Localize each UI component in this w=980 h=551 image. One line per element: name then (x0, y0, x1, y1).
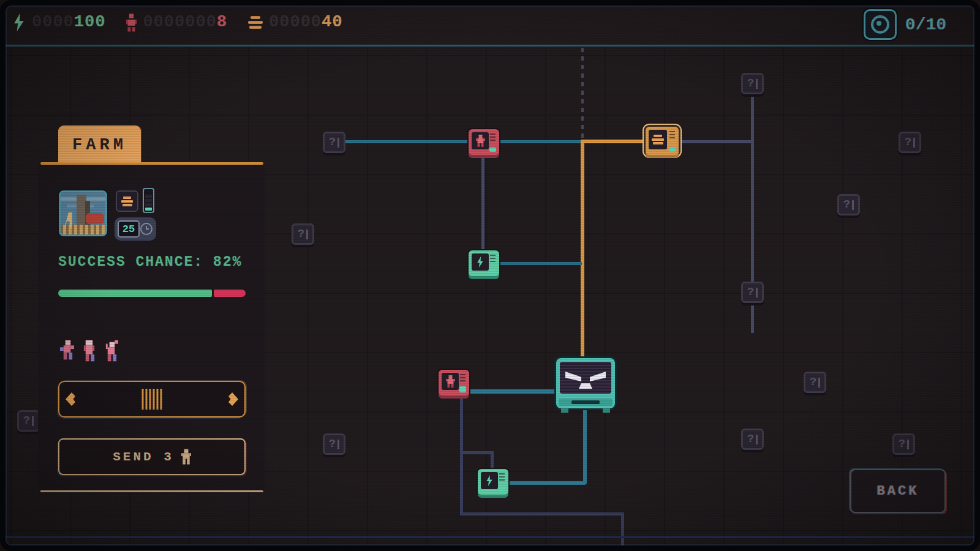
energy-readout: 0000100 (32, 14, 105, 31)
path-locked (481, 143, 484, 253)
energy-resource: 0000100 (12, 13, 105, 32)
energy-value: 100 (74, 13, 106, 31)
increase-arrow-icon[interactable] (228, 392, 238, 406)
unknown-node[interactable]: ? (323, 433, 345, 455)
population-readout: 00000008 (143, 14, 227, 31)
coins-padding: 00000 (269, 13, 322, 31)
unknown-node[interactable]: ? (892, 433, 915, 455)
path-active (581, 140, 584, 369)
unknown-node[interactable]: ? (741, 73, 764, 94)
question-icon: ? (747, 78, 754, 89)
path-locked (621, 512, 624, 551)
unknown-node[interactable]: ? (837, 194, 860, 216)
question-icon: ? (298, 228, 304, 240)
coins-readout: 0000040 (269, 14, 342, 31)
person-icon (476, 135, 485, 147)
farm-node-selected[interactable] (646, 127, 679, 155)
back-button[interactable]: BACK (850, 469, 946, 513)
unknown-node[interactable]: ? (741, 429, 764, 450)
mission-title: FARM (72, 136, 127, 154)
clock-icon (140, 223, 153, 235)
population-resource: 00000008 (126, 13, 227, 32)
question-icon: ? (329, 438, 336, 450)
mission-tab[interactable]: FARM (58, 126, 141, 165)
battery-icon (143, 188, 154, 213)
resource-bar: 0000100 00000008 0000040 0/10 (0, 0, 980, 45)
population-value: 8 (217, 13, 227, 31)
question-icon: ? (810, 377, 816, 388)
send-button[interactable]: SEND 3 (58, 438, 246, 475)
path-locked (460, 451, 493, 454)
decrease-arrow-icon[interactable] (66, 392, 75, 406)
reward-tile (116, 190, 138, 212)
missions-counter: 0/10 (864, 9, 946, 40)
unknown-node[interactable]: ? (899, 132, 921, 153)
boss-monitor-node[interactable] (556, 358, 615, 408)
unknown-node[interactable]: ? (804, 372, 826, 393)
path (466, 389, 557, 394)
unknown-node[interactable]: ? (741, 282, 764, 303)
dashed-path (581, 48, 584, 141)
crew-row (60, 340, 118, 362)
person-icon (126, 13, 137, 32)
path-locked (491, 451, 494, 471)
crew-count-slider[interactable] (58, 381, 246, 418)
question-icon: ? (905, 137, 911, 148)
energy-node-south[interactable] (478, 469, 508, 495)
population-padding: 0000000 (143, 13, 216, 31)
path (334, 140, 582, 143)
success-bar-fail (214, 290, 246, 297)
coins-icon (121, 197, 133, 206)
timer-value: 25 (118, 220, 140, 238)
energy-node-north[interactable] (469, 250, 499, 276)
crew-person-icon (60, 340, 74, 362)
game-screen: 0000100 00000008 0000040 0/10 (0, 0, 980, 551)
path-locked (674, 140, 752, 143)
success-bar-fill (58, 290, 212, 297)
missions-count: 0/10 (905, 15, 946, 34)
question-icon: ? (843, 199, 850, 211)
person-icon (446, 375, 455, 388)
coins-icon (248, 16, 263, 29)
missions-button[interactable] (864, 9, 897, 40)
crew-person-icon (104, 340, 118, 362)
raid-node-north[interactable] (469, 129, 499, 155)
question-icon: ? (747, 433, 754, 445)
bolt-icon (486, 475, 494, 486)
coins-icon (652, 135, 664, 144)
path (583, 409, 587, 484)
mission-thumbnail (59, 190, 107, 236)
bolt-icon (12, 13, 26, 32)
crew-person-icon (82, 340, 96, 362)
back-label: BACK (877, 484, 919, 499)
coins-value: 40 (322, 13, 342, 31)
unknown-node[interactable]: ? (323, 132, 345, 153)
bolt-icon (477, 257, 484, 268)
slider-grip[interactable] (142, 389, 162, 410)
target-icon (871, 15, 889, 34)
question-icon: ? (23, 415, 30, 427)
question-icon: ? (329, 137, 336, 148)
mission-timer: 25 (115, 217, 156, 241)
raid-node-south[interactable] (439, 370, 469, 395)
panel-bottom-border (40, 490, 263, 492)
path (506, 481, 586, 485)
person-icon (181, 449, 191, 465)
question-icon: ? (899, 438, 905, 450)
path-locked (460, 512, 624, 515)
panel-top-border (40, 162, 263, 165)
unknown-node[interactable]: ? (17, 410, 40, 432)
energy-padding: 0000 (32, 13, 74, 31)
success-chance-bar (58, 290, 246, 297)
success-chance-label: SUCCESS CHANCE: 82% (58, 254, 242, 270)
map-bottom-boundary (0, 536, 980, 538)
angry-monitor-icon (560, 362, 611, 394)
coins-resource: 0000040 (248, 14, 342, 31)
unknown-node[interactable]: ? (292, 223, 314, 245)
path-locked (460, 395, 463, 515)
send-label: SEND 3 (113, 450, 174, 464)
question-icon: ? (747, 287, 754, 298)
